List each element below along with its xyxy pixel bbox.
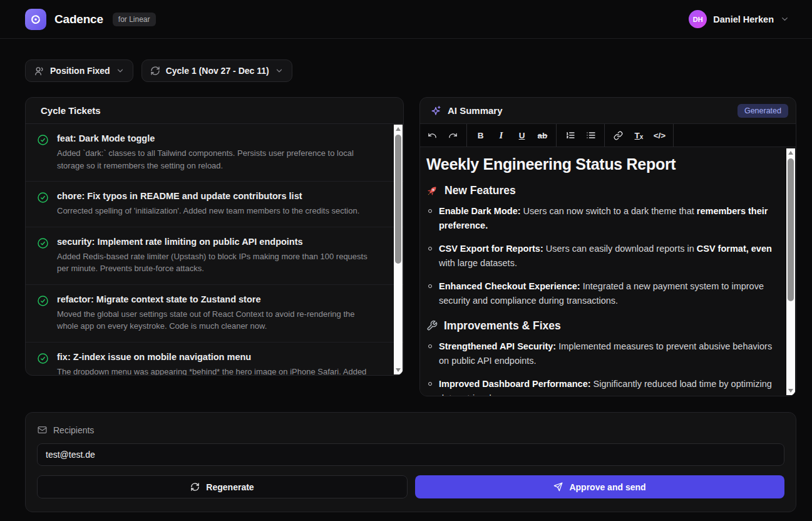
position-filter-dropdown[interactable]: Position Fixed <box>25 59 133 82</box>
cycle-filter-dropdown[interactable]: Cycle 1 (Nov 27 - Dec 11) <box>141 59 292 82</box>
link-button[interactable] <box>608 124 629 147</box>
link-icon <box>614 131 623 140</box>
undo-icon <box>428 131 437 140</box>
summary-bullet: Improved Dashboard Performance: Signific… <box>426 377 773 396</box>
clear-formatting-sub: x <box>640 133 644 140</box>
refresh-icon <box>150 66 160 76</box>
bullet-list: Strengthened API Security: Implemented m… <box>426 339 773 396</box>
italic-button[interactable]: I <box>491 124 511 147</box>
ticket-row: chore: Fix typos in README and update co… <box>26 182 403 227</box>
ticket-title: feat: Dark Mode toggle <box>57 133 376 143</box>
regenerate-label: Regenerate <box>206 482 254 492</box>
ticket-title: refactor: Migrate context state to Zusta… <box>57 294 376 304</box>
chevron-down-icon <box>780 14 789 24</box>
filters-row: Position Fixed Cycle 1 (Nov 27 - Dec 11) <box>25 59 292 82</box>
ticket-description: Corrected spelling of 'initialization'. … <box>57 205 359 217</box>
check-circle-icon <box>37 353 49 376</box>
recipients-panel: Recipients Regenerate Approve and send <box>25 412 796 512</box>
section-title: New Features <box>445 184 516 197</box>
recipients-label-row: Recipients <box>37 425 784 435</box>
scrollbar-thumb[interactable] <box>788 158 794 301</box>
toolbar-divider <box>673 124 674 147</box>
scroll-down-icon[interactable] <box>396 368 401 372</box>
refresh-icon <box>190 482 200 492</box>
section-header: New Features <box>426 184 773 197</box>
bullet-marker <box>428 344 432 348</box>
recipients-label: Recipients <box>53 425 94 435</box>
code-button[interactable]: </> <box>649 124 670 147</box>
approve-and-send-label: Approve and send <box>569 482 645 492</box>
user-name: Daniel Herken <box>713 14 774 24</box>
ticket-description: Moved the global user settings state out… <box>57 308 376 333</box>
user-icon <box>34 66 44 76</box>
cycle-filter-label: Cycle 1 (Nov 27 - Dec 11) <box>166 66 269 76</box>
regenerate-button[interactable]: Regenerate <box>37 475 408 498</box>
scroll-down-icon[interactable] <box>788 389 793 393</box>
rocket-emoji <box>426 185 438 197</box>
ticket-title: fix: Z-index issue on mobile navigation … <box>57 352 376 362</box>
toolbar-divider <box>466 124 467 147</box>
sparkles-icon <box>430 105 441 116</box>
ticket-row: feat: Dark Mode toggle Added `dark:` cla… <box>26 124 403 182</box>
actions-row: Regenerate Approve and send <box>37 475 784 498</box>
ticket-title: chore: Fix typos in README and update co… <box>57 191 359 201</box>
ticket-description: Added Redis-based rate limiter (Upstash)… <box>57 250 376 275</box>
tickets-list: feat: Dark Mode toggle Added `dark:` cla… <box>26 124 403 376</box>
undo-button[interactable] <box>422 124 443 147</box>
user-menu[interactable]: DH Daniel Herken <box>689 10 789 28</box>
check-circle-icon <box>37 192 49 217</box>
for-linear-badge: for Linear <box>113 13 156 26</box>
summary-editor[interactable]: Weekly Engineering Status Report New Fea… <box>420 147 796 396</box>
bold-button[interactable]: B <box>470 124 491 147</box>
bullet-list: Enable Dark Mode: Users can now switch t… <box>426 204 773 309</box>
scroll-up-icon[interactable] <box>396 127 401 131</box>
strikethrough-button[interactable]: ab <box>532 124 553 147</box>
ticket-row: fix: Z-index issue on mobile navigation … <box>26 343 403 376</box>
editor-toolbar: B I U ab Tx </> <box>420 124 796 147</box>
brand: Cadence for Linear <box>25 9 156 30</box>
position-filter-label: Position Fixed <box>50 66 110 76</box>
cycle-tickets-title: Cycle Tickets <box>26 98 403 124</box>
ticket-description: The dropdown menu was appearing *behind*… <box>57 366 376 376</box>
top-bar: Cadence for Linear DH Daniel Herken <box>0 0 812 39</box>
avatar: DH <box>689 10 707 28</box>
clear-formatting-button[interactable]: Tx <box>629 124 649 147</box>
ai-summary-panel: AI Summary Generated B I U ab Tx </> <box>419 97 796 396</box>
recipients-input[interactable] <box>37 443 784 466</box>
bullet-list-button[interactable] <box>580 124 601 147</box>
check-circle-icon <box>37 237 49 275</box>
scroll-up-icon[interactable] <box>788 151 793 155</box>
ticket-row: refactor: Migrate context state to Zusta… <box>26 285 403 343</box>
scrollbar-thumb[interactable] <box>395 135 401 264</box>
redo-button[interactable] <box>443 124 463 147</box>
underline-button[interactable]: U <box>511 124 532 147</box>
toolbar-divider <box>556 124 557 147</box>
chevron-down-icon <box>116 66 125 75</box>
app-name: Cadence <box>54 13 103 26</box>
report-heading: Weekly Engineering Status Report <box>426 155 773 173</box>
bullet-marker <box>428 247 432 250</box>
app-logo <box>25 9 46 30</box>
summary-bullet: Strengthened API Security: Implemented m… <box>426 339 773 369</box>
check-circle-icon <box>37 134 49 172</box>
redo-icon <box>448 131 458 140</box>
summary-bullet: Enable Dark Mode: Users can now switch t… <box>426 204 773 234</box>
section-header: Improvements & Fixes <box>426 319 773 333</box>
ticket-description: Added `dark:` classes to all Tailwind co… <box>57 147 376 172</box>
ordered-list-button[interactable] <box>560 124 580 147</box>
tickets-scrollbar[interactable] <box>394 125 403 374</box>
send-icon <box>553 482 563 492</box>
generated-badge: Generated <box>737 104 788 118</box>
approve-and-send-button[interactable]: Approve and send <box>415 475 784 498</box>
summary-bullet: CSV Export for Reports: Users can easily… <box>426 242 773 271</box>
bullet-marker <box>428 209 432 213</box>
wrench-emoji <box>426 320 438 331</box>
check-circle-icon <box>37 295 49 333</box>
envelope-icon <box>37 425 48 435</box>
ticket-title: security: Implement rate limiting on pub… <box>57 237 376 247</box>
cycle-tickets-panel: Cycle Tickets feat: Dark Mode toggle Add… <box>25 97 404 376</box>
clear-formatting-label: T <box>635 131 640 140</box>
cycle-swirl-icon <box>29 13 42 26</box>
summary-scrollbar[interactable] <box>786 148 795 395</box>
bullet-list-icon <box>586 130 596 140</box>
